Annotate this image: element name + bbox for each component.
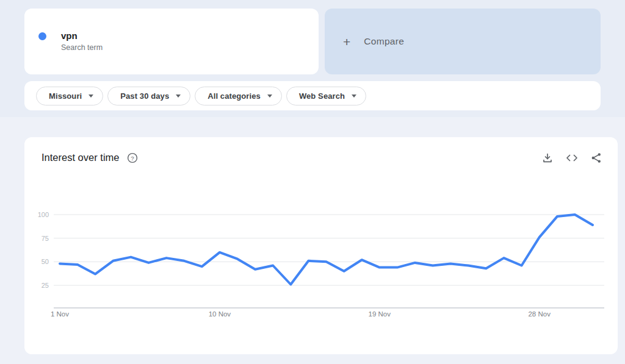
compare-add-button[interactable]: + Compare <box>325 9 601 74</box>
compare-label: Compare <box>364 36 404 47</box>
time-range-filter-dropdown[interactable]: Past 30 days <box>107 87 190 105</box>
chevron-down-icon <box>352 95 356 98</box>
category-filter-label: All categories <box>208 91 261 101</box>
series-color-dot <box>38 32 46 40</box>
x-axis-tick-label: 19 Nov <box>369 310 391 318</box>
search-term-type-label: Search term <box>61 43 103 53</box>
x-axis-tick-label: 28 Nov <box>528 310 551 318</box>
interest-over-time-card: Interest over time ? <box>24 137 618 354</box>
region-filter-dropdown[interactable]: Missouri <box>36 87 103 105</box>
region-filter-label: Missouri <box>49 91 82 101</box>
search-term-value: vpn <box>61 30 103 42</box>
plus-icon: + <box>343 35 350 48</box>
chart-header: Interest over time ? <box>42 152 602 163</box>
category-filter-dropdown[interactable]: All categories <box>195 87 282 105</box>
chevron-down-icon <box>89 95 93 98</box>
chevron-down-icon <box>267 95 272 98</box>
x-axis-tick-label: 1 Nov <box>51 310 69 318</box>
search-type-filter-dropdown[interactable]: Web Search <box>286 87 366 105</box>
x-axis-tick-label: 10 Nov <box>209 310 231 318</box>
explore-header-section: vpn Search term + Compare Missouri Past … <box>0 0 625 117</box>
search-term-content: vpn Search term <box>38 30 103 53</box>
interest-over-time-chart[interactable]: 2550751001 Nov10 Nov19 Nov28 Nov <box>24 180 618 329</box>
download-icon[interactable] <box>542 152 553 163</box>
svg-text:?: ? <box>131 154 134 161</box>
help-icon[interactable]: ? <box>127 152 138 163</box>
google-trends-explore-page: vpn Search term + Compare Missouri Past … <box>0 0 625 354</box>
y-axis-tick-label: 25 <box>42 282 49 289</box>
search-term-text: vpn Search term <box>61 30 103 53</box>
y-axis-tick-label: 75 <box>42 235 49 242</box>
share-icon[interactable] <box>591 152 602 163</box>
embed-icon[interactable] <box>566 152 578 163</box>
search-terms-row: vpn Search term + Compare <box>24 9 601 74</box>
time-range-filter-label: Past 30 days <box>120 91 169 101</box>
filter-bar: Missouri Past 30 days All categories Web… <box>24 81 601 110</box>
y-axis-tick-label: 50 <box>42 258 49 265</box>
search-type-filter-label: Web Search <box>299 91 345 101</box>
search-term-card[interactable]: vpn Search term <box>24 9 319 74</box>
chevron-down-icon <box>176 95 181 98</box>
y-axis-tick-label: 100 <box>38 211 49 218</box>
chart-title: Interest over time <box>42 152 119 163</box>
chart-actions <box>542 152 602 163</box>
explore-results-section: Interest over time ? <box>0 117 625 354</box>
trend-line-vpn <box>60 215 593 285</box>
